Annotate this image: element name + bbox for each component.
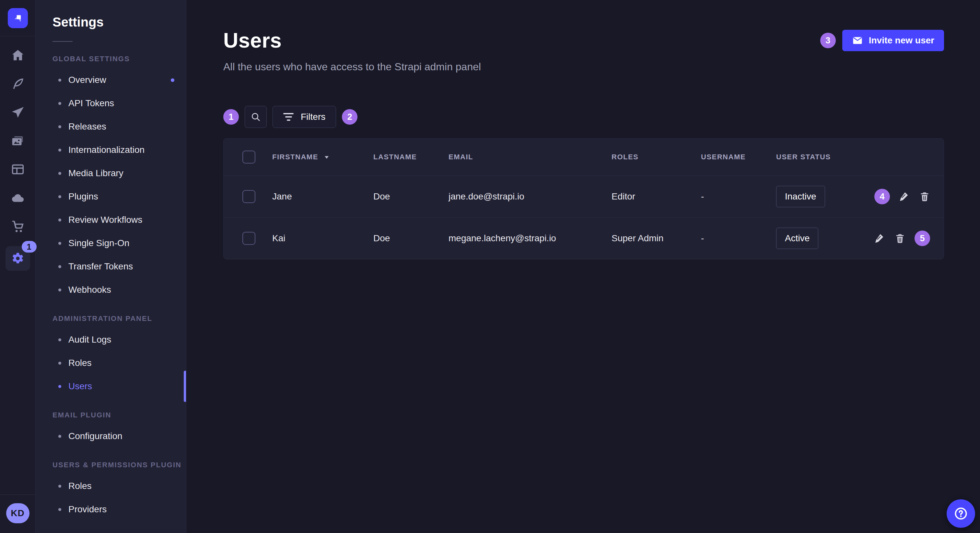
content-manager-layout-icon[interactable] [9,160,27,178]
select-all-checkbox[interactable] [242,151,255,163]
page-subtitle: All the users who have access to the Str… [223,61,481,73]
sidebar-item-users[interactable]: Users [36,374,186,398]
column-header-firstname[interactable]: FIRSTNAME [272,153,373,161]
page-header: Users All the users who have access to t… [223,29,944,73]
row-checkbox[interactable] [242,232,255,245]
search-icon [250,112,261,122]
settings-notification-badge: 1 [22,241,37,252]
edit-button[interactable] [899,191,910,202]
sidebar-item-review-workflows[interactable]: Review Workflows [36,208,186,232]
bullet [58,149,61,152]
sidebar-item-single-sign-on[interactable]: Single Sign-On [36,232,186,255]
sidebar-item-internationalization[interactable]: Internationalization [36,138,186,162]
sidebar-item-api-tokens[interactable]: API Tokens [36,92,186,115]
sidebar-item-admin-roles[interactable]: Roles [36,351,186,374]
sidebar-item-configuration[interactable]: Configuration [36,425,186,448]
cell-email: megane.lacheny@strapi.io [449,233,611,244]
cell-firstname: Jane [272,191,373,202]
bullet [58,219,61,222]
delete-button[interactable] [919,191,930,202]
page-header-actions: 3 Invite new user [820,30,944,51]
invite-new-user-button[interactable]: Invite new user [842,30,944,51]
cell-user-status: Inactive [776,186,873,207]
column-header-user-status[interactable]: USER STATUS [776,153,873,161]
sidebar-item-media-library[interactable]: Media Library [36,162,186,185]
row-actions: 4 [873,189,944,204]
rail-bottom: KD [0,495,35,533]
table-header-row: FIRSTNAME LASTNAME EMAIL ROLES USERNAME … [224,139,944,176]
section-header: ADMINISTRATION PANEL [36,314,186,323]
media-library-icon[interactable] [9,132,27,150]
section-header: EMAIL PLUGIN [36,411,186,419]
column-header-roles[interactable]: ROLES [611,153,701,161]
sort-descending-icon[interactable] [323,154,330,160]
bullet [58,125,61,128]
filters-button[interactable]: Filters [272,106,336,128]
cell-roles: Super Admin [611,233,701,244]
envelope-icon [852,35,863,46]
delete-button[interactable] [894,233,905,244]
row-actions: 5 [873,230,944,246]
strapi-logo-icon [11,12,24,25]
bullet [58,242,61,245]
marketplace-cart-icon[interactable] [9,217,27,235]
sidebar-item-overview[interactable]: Overview [36,68,186,92]
cell-lastname: Doe [373,233,449,244]
user-avatar[interactable]: KD [6,503,30,523]
help-button[interactable] [947,499,975,528]
section-users-permissions-plugin: USERS & PERMISSIONS PLUGIN Roles Provide… [36,461,186,521]
sidebar-divider [52,41,73,42]
overview-notification-dot [171,78,174,82]
strapi-admin-app: 1 KD Settings GLOBAL SETTINGS Overview A… [0,0,980,533]
table-row-jane: Jane Doe jane.doe@strapi.io Editor - Ina… [224,176,944,217]
cell-lastname: Doe [373,191,449,202]
row-checkbox[interactable] [242,190,255,203]
cell-username: - [701,191,776,202]
bullet [58,265,61,268]
question-mark-icon [954,506,968,521]
trash-icon [894,233,905,244]
settings-nav-item[interactable]: 1 [5,246,30,271]
rail-icon-list: 1 [0,36,35,271]
sidebar-title: Settings [36,15,186,30]
gear-icon [10,251,25,266]
cloud-icon[interactable] [9,189,27,206]
sidebar-item-audit-logs[interactable]: Audit Logs [36,328,186,351]
header-checkbox-cell [224,151,272,163]
annotation-badge-5: 5 [915,230,930,246]
filter-icon [283,113,294,121]
annotation-badge-4: 4 [874,189,890,204]
users-table: FIRSTNAME LASTNAME EMAIL ROLES USERNAME … [223,138,944,259]
cell-email: jane.doe@strapi.io [449,191,611,202]
page-title: Users [223,29,481,52]
sidebar-item-releases[interactable]: Releases [36,115,186,138]
status-badge: Active [776,228,818,249]
cell-roles: Editor [611,191,701,202]
content-type-builder-quill-icon[interactable] [9,75,27,93]
bullet [58,195,61,198]
logo-area [0,0,35,36]
sidebar-item-webhooks[interactable]: Webhooks [36,278,186,301]
bullet [58,385,61,388]
cell-firstname: Kai [272,233,373,244]
sidebar-item-transfer-tokens[interactable]: Transfer Tokens [36,255,186,278]
bullet [58,102,61,105]
sidebar-item-up-roles[interactable]: Roles [36,474,186,498]
section-global-settings: GLOBAL SETTINGS Overview API Tokens Rele… [36,55,186,301]
sidebar-item-plugins[interactable]: Plugins [36,185,186,208]
column-header-username[interactable]: USERNAME [701,153,776,161]
active-indicator [184,371,186,402]
column-header-lastname[interactable]: LASTNAME [373,153,449,161]
cell-user-status: Active [776,228,873,249]
annotation-badge-3: 3 [820,33,836,48]
sidebar-item-providers[interactable]: Providers [36,498,186,521]
home-icon[interactable] [9,47,27,64]
bullet [58,508,61,511]
search-button[interactable] [245,106,267,128]
deploy-paper-plane-icon[interactable] [9,104,27,121]
bullet [58,435,61,438]
edit-button[interactable] [874,233,885,244]
strapi-logo[interactable] [8,8,28,28]
column-header-email[interactable]: EMAIL [449,153,611,161]
section-email-plugin: EMAIL PLUGIN Configuration [36,411,186,448]
